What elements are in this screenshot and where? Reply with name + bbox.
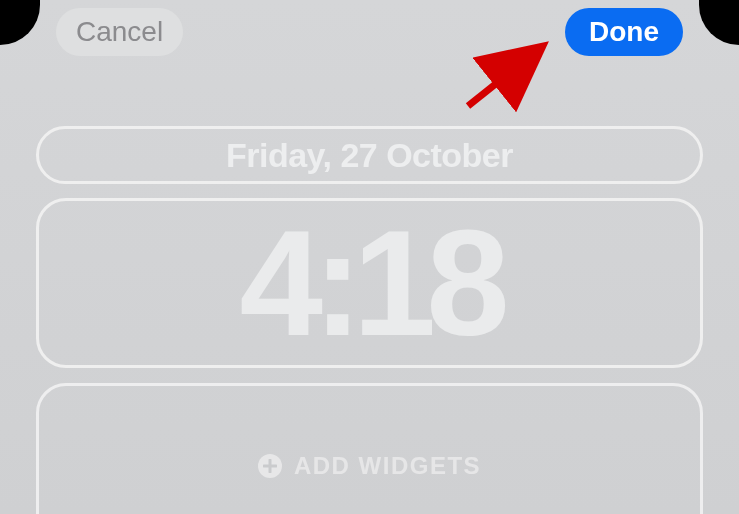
date-text: Friday, 27 October <box>226 136 513 175</box>
top-bar: Cancel Done <box>0 8 739 56</box>
add-widgets-label: ADD WIDGETS <box>294 452 481 480</box>
svg-line-1 <box>468 50 538 106</box>
done-button[interactable]: Done <box>565 8 683 56</box>
time-text: 4:18 <box>239 208 499 358</box>
time-widget-slot[interactable]: 4:18 <box>36 198 703 368</box>
date-widget-slot[interactable]: Friday, 27 October <box>36 126 703 184</box>
cancel-button[interactable]: Cancel <box>56 8 183 56</box>
plus-circle-icon <box>258 454 282 478</box>
add-widgets-content: ADD WIDGETS <box>258 452 481 480</box>
add-widgets-slot[interactable]: ADD WIDGETS <box>36 383 703 514</box>
lock-screen-editor: Cancel Done Friday, 27 October 4:18 ADD … <box>0 0 739 514</box>
